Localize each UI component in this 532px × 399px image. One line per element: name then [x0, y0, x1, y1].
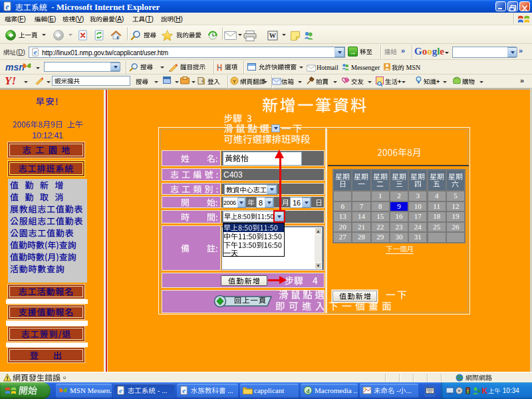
svg-text:e: e — [34, 49, 37, 56]
svg-text:e: e — [182, 386, 186, 394]
svg-text:W: W — [269, 32, 277, 39]
svg-text:d: d — [306, 388, 309, 394]
svg-text:Y: Y — [233, 78, 237, 84]
svg-text:e: e — [5, 2, 9, 11]
svg-text:e: e — [119, 386, 122, 394]
svg-text:K: K — [481, 386, 487, 395]
